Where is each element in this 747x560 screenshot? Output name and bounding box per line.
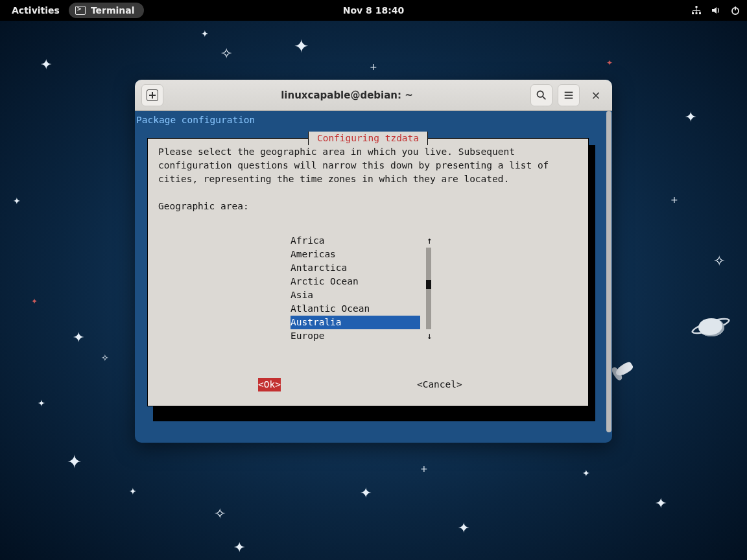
list-item[interactable]: Americas xyxy=(290,248,420,261)
terminal-viewport[interactable]: Package configuration Configuring tzdata… xyxy=(135,111,606,443)
star-decor: ✦ xyxy=(458,520,469,536)
list-item[interactable]: Africa xyxy=(290,234,420,248)
star-decor: ✦ xyxy=(655,495,667,511)
star-decor: ✦ xyxy=(73,329,84,345)
dialog-title: Configuring tzdata xyxy=(308,132,428,145)
svg-point-11 xyxy=(538,91,543,97)
star-decor: ✦ xyxy=(360,485,372,501)
terminal-scrollbar-thumb[interactable] xyxy=(606,111,611,432)
list-item[interactable]: Asia xyxy=(290,288,420,302)
plus-icon xyxy=(147,89,158,101)
list-scrollbar[interactable] xyxy=(426,248,431,329)
svg-rect-8 xyxy=(700,10,700,12)
star-decor: + xyxy=(670,194,678,205)
star-decor: ✦ xyxy=(201,29,209,39)
list-item[interactable]: Europe xyxy=(290,329,420,343)
hamburger-icon xyxy=(563,89,575,101)
search-button[interactable] xyxy=(530,84,552,106)
star-decor: ✧ xyxy=(220,45,232,62)
svg-rect-0 xyxy=(696,6,698,8)
window-titlebar: linuxcapable@debian: ~ × xyxy=(135,80,612,111)
window-title: linuxcapable@debian: ~ xyxy=(163,89,530,101)
star-decor: + xyxy=(370,62,377,72)
svg-rect-2 xyxy=(696,12,698,14)
star-decor: ✧ xyxy=(214,506,226,522)
svg-rect-4 xyxy=(696,8,697,10)
star-decor: ✧ xyxy=(101,353,109,363)
terminal-scrollbar[interactable] xyxy=(606,111,612,440)
cancel-button[interactable]: <Cancel> xyxy=(417,378,462,391)
active-app-label: Terminal xyxy=(91,5,135,16)
star-decor: ✧ xyxy=(713,253,725,269)
svg-rect-1 xyxy=(692,12,694,14)
star-decor: ✦ xyxy=(233,539,245,555)
active-app-button[interactable]: Terminal xyxy=(69,3,144,18)
star-decor: ✦ xyxy=(38,398,45,408)
svg-rect-10 xyxy=(735,6,736,10)
star-decor: ✦ xyxy=(40,56,52,73)
star-decor: + xyxy=(420,463,428,474)
close-button[interactable]: × xyxy=(585,84,607,106)
svg-rect-7 xyxy=(696,10,697,12)
new-tab-button[interactable] xyxy=(141,84,163,106)
package-config-header: Package configuration xyxy=(135,111,606,127)
star-decor: ✦ xyxy=(129,486,137,496)
svg-rect-14 xyxy=(565,95,573,96)
svg-line-12 xyxy=(543,96,546,99)
search-icon xyxy=(536,89,547,101)
star-decor: ✦ xyxy=(582,468,590,478)
svg-rect-15 xyxy=(565,97,573,99)
hamburger-menu-button[interactable] xyxy=(558,84,580,106)
network-icon[interactable] xyxy=(691,5,702,16)
planet-decor xyxy=(691,314,731,339)
ok-button[interactable]: <Ok> xyxy=(258,378,281,391)
list-item[interactable]: Australia xyxy=(290,316,420,329)
list-item[interactable]: Arctic Ocean xyxy=(290,275,420,288)
terminal-window: linuxcapable@debian: ~ × Package configu… xyxy=(135,80,612,443)
terminal-icon xyxy=(75,6,86,15)
list-item[interactable]: Atlantic Ocean xyxy=(290,302,420,316)
power-icon[interactable] xyxy=(730,5,741,16)
star-decor: ✦ xyxy=(294,36,309,57)
tzdata-dialog: Configuring tzdata Please select the geo… xyxy=(147,138,589,406)
star-decor: ✦ xyxy=(13,196,21,206)
dialog-body-text: Please select the geographic area in whi… xyxy=(148,139,588,186)
star-decor: ✦ xyxy=(31,297,38,306)
clock[interactable]: Nov 8 18:40 xyxy=(343,5,405,16)
scroll-up-arrow[interactable]: ↑ xyxy=(427,234,433,248)
scroll-down-arrow[interactable]: ↓ xyxy=(427,329,433,343)
close-icon: × xyxy=(591,88,600,102)
activities-button[interactable]: Activities xyxy=(6,3,65,18)
geographic-area-list[interactable]: ↑ AfricaAmericasAntarcticaArctic OceanAs… xyxy=(290,234,420,343)
star-decor: ✦ xyxy=(685,109,696,125)
volume-icon[interactable] xyxy=(711,5,721,16)
gnome-topbar: Activities Terminal Nov 8 18:40 xyxy=(0,0,747,21)
svg-rect-3 xyxy=(699,12,701,14)
star-decor: ✦ xyxy=(606,58,613,67)
list-item[interactable]: Antarctica xyxy=(290,261,420,275)
svg-rect-6 xyxy=(693,10,693,12)
svg-rect-13 xyxy=(565,91,573,93)
field-label: Geographic area: xyxy=(148,186,588,213)
scrollbar-thumb[interactable] xyxy=(426,280,431,289)
star-decor: ✦ xyxy=(67,451,82,472)
